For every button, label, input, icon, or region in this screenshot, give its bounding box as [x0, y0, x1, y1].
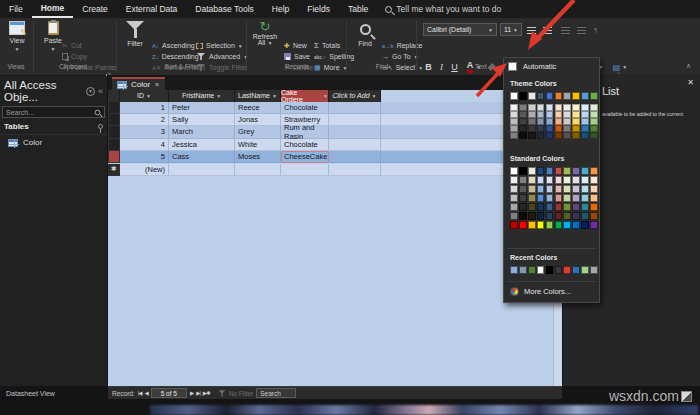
standard-color-swatch[interactable] [555, 212, 563, 220]
standard-color-swatch[interactable] [510, 194, 518, 202]
nav-menu-icon[interactable]: ▼ [86, 87, 95, 96]
theme-variation-swatch[interactable] [546, 132, 554, 139]
standard-color-swatch[interactable] [590, 203, 598, 211]
tell-me-box[interactable]: Tell me what you want to do [385, 4, 501, 14]
bold-button[interactable]: B [423, 59, 434, 75]
filter-button[interactable]: Filter [120, 21, 150, 61]
theme-variation-swatch[interactable] [590, 104, 598, 111]
close-panel-icon[interactable]: ✕ [687, 78, 694, 87]
tab-table[interactable]: Table [339, 0, 377, 18]
theme-variation-swatch[interactable] [528, 104, 536, 111]
row-selector[interactable] [108, 139, 120, 151]
record-search-input[interactable]: Search [256, 388, 296, 398]
color-swatch[interactable] [572, 266, 580, 274]
theme-variation-swatch[interactable] [581, 104, 589, 111]
color-swatch[interactable] [590, 92, 598, 100]
last-record-icon[interactable]: ▶| [196, 390, 200, 396]
standard-color-swatch[interactable] [572, 194, 580, 202]
standard-color-swatch[interactable] [510, 167, 518, 175]
column-dropdown-icon[interactable]: ▼ [372, 93, 377, 99]
theme-variation-swatch[interactable] [581, 132, 589, 139]
color-swatch[interactable] [528, 266, 536, 274]
standard-color-swatch[interactable] [537, 176, 545, 184]
color-swatch[interactable] [572, 92, 580, 100]
theme-variation-swatch[interactable] [581, 111, 589, 118]
underline-button[interactable]: U [449, 59, 460, 75]
standard-color-swatch[interactable] [510, 221, 518, 229]
column-header-fristname[interactable]: FristName▼ [169, 90, 235, 102]
table-cell[interactable]: Jonas [235, 114, 281, 126]
table-cell[interactable] [329, 126, 381, 138]
color-swatch[interactable] [546, 266, 554, 274]
standard-color-swatch[interactable] [581, 221, 589, 229]
table-cell[interactable]: Sally [169, 114, 235, 126]
theme-variation-swatch[interactable] [528, 125, 536, 132]
theme-variation-swatch[interactable] [519, 118, 527, 125]
save-record-button[interactable]: Save [284, 51, 310, 62]
color-swatch[interactable] [590, 266, 598, 274]
standard-color-swatch[interactable] [528, 176, 536, 184]
theme-variation-swatch[interactable] [555, 104, 563, 111]
standard-color-swatch[interactable] [528, 185, 536, 193]
theme-variation-swatch[interactable] [590, 125, 598, 132]
document-tab-color[interactable]: Color ✕ [112, 77, 165, 90]
table-cell[interactable]: (New) [120, 164, 169, 176]
sidebar-item-color-table[interactable]: Color [0, 135, 107, 150]
theme-variation-swatch[interactable] [537, 132, 545, 139]
theme-variation-swatch[interactable] [581, 118, 589, 125]
table-cell[interactable] [235, 164, 281, 176]
color-swatch[interactable] [537, 92, 545, 100]
ascending-button[interactable]: A↓Ascending [152, 40, 195, 51]
standard-color-swatch[interactable] [563, 176, 571, 184]
table-cell[interactable] [281, 164, 329, 176]
standard-color-swatch[interactable] [519, 194, 527, 202]
standard-color-swatch[interactable] [537, 167, 545, 175]
rtl-button[interactable]: ¶ [594, 25, 598, 36]
color-swatch[interactable] [563, 266, 571, 274]
font-size-combo[interactable]: 11▼ [500, 23, 522, 36]
standard-color-swatch[interactable] [519, 221, 527, 229]
standard-color-swatch[interactable] [546, 194, 554, 202]
font-name-combo[interactable]: Calibri (Detail)▼ [423, 23, 497, 36]
theme-variation-swatch[interactable] [537, 104, 545, 111]
selection-button[interactable]: Selection▼ [196, 40, 243, 51]
standard-color-swatch[interactable] [546, 167, 554, 175]
theme-variation-swatch[interactable] [572, 111, 580, 118]
table-cell[interactable] [329, 102, 381, 114]
standard-color-swatch[interactable] [519, 203, 527, 211]
standard-color-swatch[interactable] [546, 212, 554, 220]
standard-color-swatch[interactable] [581, 176, 589, 184]
theme-variation-swatch[interactable] [563, 111, 571, 118]
color-swatch[interactable] [519, 92, 527, 100]
standard-color-swatch[interactable] [546, 185, 554, 193]
theme-variation-swatch[interactable] [519, 125, 527, 132]
descending-button[interactable]: Z↓Descending [152, 51, 199, 62]
standard-color-swatch[interactable] [572, 176, 580, 184]
table-cell[interactable]: Chocolate [281, 102, 329, 114]
standard-color-swatch[interactable] [519, 212, 527, 220]
table-cell[interactable]: White [235, 139, 281, 151]
table-cell[interactable]: 2 [120, 114, 169, 126]
table-cell[interactable]: Chocolate [281, 139, 329, 151]
color-swatch[interactable] [581, 92, 589, 100]
more-colors-option[interactable]: More Colors... [510, 287, 571, 296]
table-cell[interactable]: Peter [169, 102, 235, 114]
color-swatch[interactable] [519, 266, 527, 274]
standard-color-swatch[interactable] [546, 221, 554, 229]
standard-color-swatch[interactable] [563, 203, 571, 211]
color-swatch[interactable] [510, 92, 518, 100]
tab-external-data[interactable]: External Data [117, 0, 187, 18]
theme-variation-swatch[interactable] [546, 111, 554, 118]
standard-color-swatch[interactable] [555, 203, 563, 211]
bullets-button[interactable] [527, 25, 536, 36]
select-all-corner[interactable] [108, 90, 120, 102]
theme-variation-swatch[interactable] [572, 118, 580, 125]
increase-indent-button[interactable] [577, 25, 586, 36]
standard-color-swatch[interactable] [590, 185, 598, 193]
standard-color-swatch[interactable] [510, 185, 518, 193]
standard-color-swatch[interactable] [563, 185, 571, 193]
standard-color-swatch[interactable] [528, 194, 536, 202]
standard-color-swatch[interactable] [563, 167, 571, 175]
table-cell[interactable] [169, 164, 235, 176]
standard-color-swatch[interactable] [528, 212, 536, 220]
